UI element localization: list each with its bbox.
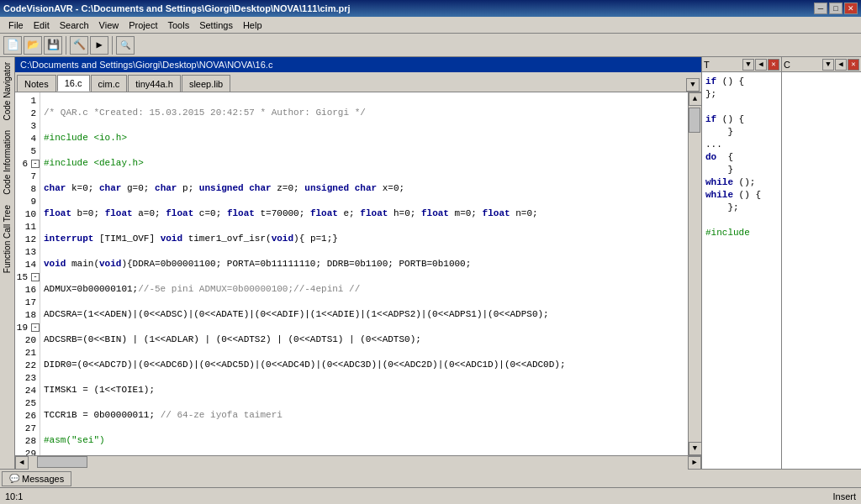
- right-panel-2-pin-button[interactable]: ▼: [822, 59, 834, 71]
- code-editor: 1 2 3 4 5 6- 7 8 9 10 11 12 13 14 15- 16: [15, 92, 701, 455]
- left-sidebar: Code Navigator Code Information Function…: [0, 57, 15, 469]
- tab-notes[interactable]: Notes: [17, 75, 56, 92]
- line-6: 6-: [15, 157, 40, 170]
- scroll-up-button[interactable]: ▲: [689, 92, 702, 106]
- tabs-container: Notes 16.c cim.c tiny44a.h sleep.lib: [17, 75, 230, 92]
- right-panel-2-float-button[interactable]: ◀: [835, 59, 847, 71]
- line-4: 4: [15, 132, 40, 144]
- scroll-thumb[interactable]: [689, 108, 700, 133]
- filepath-bar: C:\Documents and Settings\Giorgi\Desktop…: [15, 57, 701, 72]
- right-panel-2-title: C: [784, 60, 790, 70]
- sidebar-item-code-navigator[interactable]: Code Navigator: [1, 59, 13, 123]
- right-panel-2-content: [782, 72, 861, 469]
- menu-settings[interactable]: Settings: [194, 19, 238, 31]
- menu-view[interactable]: View: [94, 19, 124, 31]
- line-16: 16: [15, 283, 40, 296]
- search-toolbar-button[interactable]: 🔍: [116, 36, 135, 55]
- line-22: 22: [15, 359, 40, 371]
- right-panel-1-title: T: [704, 60, 710, 70]
- scroll-left-button[interactable]: ◄: [15, 456, 29, 470]
- code-content[interactable]: /* QAR.c *Created: 15.03.2015 20:42:57 *…: [40, 92, 688, 455]
- menu-search[interactable]: Search: [55, 19, 94, 31]
- scroll-track[interactable]: [689, 106, 702, 442]
- menu-tools[interactable]: Tools: [162, 19, 194, 31]
- fold-15-icon[interactable]: -: [31, 273, 40, 281]
- line-7: 7: [15, 170, 40, 182]
- menu-help[interactable]: Help: [238, 19, 267, 31]
- editor-mode: Insert: [832, 491, 856, 501]
- run-button[interactable]: ▶: [90, 36, 108, 55]
- line-12: 12: [15, 233, 40, 245]
- line-8: 8: [15, 182, 40, 195]
- line-13: 13: [15, 245, 40, 258]
- scroll-down-button[interactable]: ▼: [689, 442, 702, 455]
- line-14: 14: [15, 258, 40, 270]
- scroll-right-button[interactable]: ►: [688, 456, 701, 470]
- open-button[interactable]: 📂: [24, 36, 42, 55]
- line-20: 20: [15, 333, 40, 346]
- save-button[interactable]: 💾: [44, 36, 62, 55]
- menu-bar: File Edit Search View Project Tools Sett…: [0, 17, 861, 34]
- messages-icon: 💬: [9, 474, 19, 483]
- tab-cimc[interactable]: cim.c: [91, 75, 128, 92]
- line-10: 10: [15, 207, 40, 220]
- right-panel-1: T ▼ ◀ ✕ if () { }; if () { } ... do { } …: [701, 57, 781, 469]
- main-layout: Code Navigator Code Information Function…: [0, 57, 861, 469]
- cursor-position: 10:1: [5, 491, 23, 501]
- messages-tab-label: Messages: [22, 474, 64, 484]
- status-bar: 10:1 Insert: [0, 487, 861, 504]
- right-panel-2-header: C ▼ ◀ ✕: [782, 57, 861, 72]
- line-25: 25: [15, 396, 40, 409]
- sidebar-item-code-information[interactable]: Code Information: [1, 127, 13, 198]
- right-panel-1-header: T ▼ ◀ ✕: [702, 57, 781, 72]
- right-panel-1-float-button[interactable]: ◀: [755, 59, 767, 71]
- tab-16c[interactable]: 16.c: [57, 75, 90, 92]
- vertical-scrollbar[interactable]: ▲ ▼: [688, 92, 701, 455]
- menu-edit[interactable]: Edit: [29, 19, 55, 31]
- build-button[interactable]: 🔨: [70, 36, 88, 55]
- line-11: 11: [15, 220, 40, 233]
- menu-project[interactable]: Project: [124, 19, 162, 31]
- line-3: 3: [15, 119, 40, 132]
- filepath-text: C:\Documents and Settings\Giorgi\Desktop…: [20, 60, 272, 70]
- line-29: 29: [15, 447, 40, 455]
- title-bar: CodeVisionAVR - C:\Documents and Setting…: [0, 0, 861, 17]
- right-panel-2-close-button[interactable]: ✕: [848, 59, 859, 71]
- close-button[interactable]: ✕: [844, 3, 858, 14]
- toolbar-separator-2: [112, 36, 113, 55]
- maximize-button[interactable]: □: [829, 3, 843, 14]
- minimize-button[interactable]: ─: [814, 3, 827, 14]
- messages-tab[interactable]: 💬 Messages: [2, 471, 71, 486]
- fold-19-icon[interactable]: -: [31, 323, 40, 332]
- tab-tiny44ah[interactable]: tiny44a.h: [128, 75, 181, 92]
- toolbar-separator-1: [66, 36, 66, 55]
- line-23: 23: [15, 371, 40, 384]
- line-28: 28: [15, 434, 40, 447]
- line-18: 18: [15, 308, 40, 321]
- line-27: 27: [15, 422, 40, 434]
- window-controls: ─ □ ✕: [814, 3, 858, 14]
- horizontal-scrollbar[interactable]: ◄ ►: [15, 455, 701, 469]
- hscroll-thumb[interactable]: [37, 456, 87, 468]
- menu-file[interactable]: File: [3, 19, 29, 31]
- fold-6-icon[interactable]: -: [31, 160, 40, 168]
- line-2: 2: [15, 107, 40, 119]
- line-19: 19-: [15, 321, 40, 333]
- tab-bar: Notes 16.c cim.c tiny44a.h sleep.lib ▼: [15, 72, 701, 92]
- new-button[interactable]: 📄: [3, 36, 22, 55]
- line-17: 17: [15, 296, 40, 308]
- line-9: 9: [15, 195, 40, 207]
- right-panel-2: C ▼ ◀ ✕: [781, 57, 861, 469]
- line-24: 24: [15, 384, 40, 396]
- hscroll-track[interactable]: [29, 456, 688, 470]
- messages-bar: 💬 Messages: [0, 469, 861, 487]
- right-panel-1-pin-button[interactable]: ▼: [742, 59, 754, 71]
- sidebar-item-function-call-tree[interactable]: Function Call Tree: [1, 202, 13, 276]
- line-15: 15-: [15, 270, 40, 283]
- toolbar: 📄 📂 💾 🔨 ▶ 🔍: [0, 34, 861, 57]
- line-5: 5: [15, 144, 40, 157]
- line-21: 21: [15, 346, 40, 359]
- right-panel-1-close-button[interactable]: ✕: [768, 59, 779, 71]
- tab-sleeplib[interactable]: sleep.lib: [182, 75, 230, 92]
- tab-dropdown-button[interactable]: ▼: [686, 78, 700, 92]
